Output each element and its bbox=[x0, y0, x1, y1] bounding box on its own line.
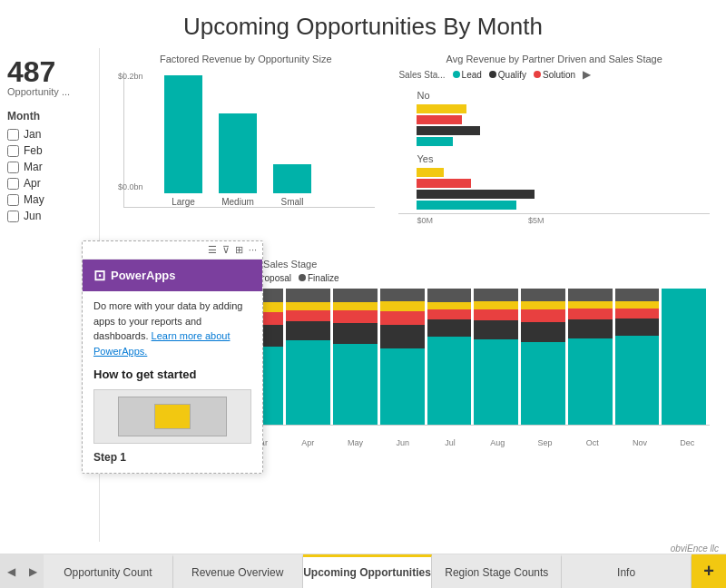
bottom-nav: ◀ ▶ Opportunity Count Revenue Overview U… bbox=[0, 554, 726, 588]
page-title: Upcoming Opportunities By Month bbox=[0, 0, 726, 48]
opportunity-label: Opportunity ... bbox=[7, 86, 92, 97]
stacked-seg-lead bbox=[286, 340, 330, 425]
month-label-jan: Jan bbox=[24, 128, 41, 141]
avg-revenue-x-labels: $0M $5M bbox=[398, 214, 544, 225]
stacked-seg-qualify bbox=[333, 323, 378, 344]
powerapps-how: How to get started bbox=[93, 366, 251, 384]
legend-lead: Lead bbox=[453, 70, 482, 80]
filter-item-jun: Jun bbox=[7, 210, 92, 222]
checkbox-mar[interactable] bbox=[7, 162, 19, 173]
stacked-bar-Apr bbox=[286, 289, 330, 425]
popup-filter-icon[interactable]: ⊽ bbox=[222, 244, 230, 256]
tab-upcoming-opportunities[interactable]: Upcoming Opportunities bbox=[303, 554, 433, 588]
stacked-seg-qualify bbox=[474, 320, 518, 339]
factored-revenue-title: Factored Revenue by Opportunity Size bbox=[116, 54, 375, 64]
stacked-bar-Nov bbox=[615, 289, 660, 425]
stacked-seg-finalize bbox=[568, 289, 613, 301]
tab-region-stage-counts[interactable]: Region Stage Counts bbox=[432, 554, 562, 588]
popup-step: Step 1 bbox=[93, 449, 251, 466]
checkbox-feb[interactable] bbox=[7, 145, 19, 157]
stacked-seg-proposal bbox=[286, 302, 330, 310]
month-label-feb: Feb bbox=[24, 144, 43, 157]
stacked-seg-qualify bbox=[286, 321, 330, 340]
stacked-seg-solution bbox=[474, 309, 518, 320]
checkbox-apr[interactable] bbox=[7, 178, 19, 190]
stacked-seg-solution bbox=[286, 310, 330, 321]
legend-qualify: Qualify bbox=[489, 70, 526, 80]
stacked-bar-Dec bbox=[662, 289, 706, 425]
popup-header: ⊡ PowerApps bbox=[83, 260, 262, 291]
top-charts: Factored Revenue by Opportunity Size $0.… bbox=[109, 48, 717, 248]
x-month-oct: Oct bbox=[570, 438, 614, 447]
stacked-seg-proposal bbox=[474, 301, 518, 309]
stacked-bar-Jul bbox=[427, 289, 472, 425]
checkbox-jun[interactable] bbox=[7, 211, 19, 222]
bar-medium-label: Medium bbox=[221, 197, 254, 207]
x-month-aug: Aug bbox=[476, 438, 520, 447]
hbar-yes-group: Yes bbox=[417, 153, 710, 210]
popup-menu-icon[interactable]: ☰ bbox=[208, 244, 217, 256]
tab-opportunity-count[interactable]: Opportunity Count bbox=[44, 554, 173, 588]
avg-revenue-hbars: No Yes bbox=[398, 90, 710, 214]
x-month-nov: Nov bbox=[618, 438, 662, 447]
month-label-may: May bbox=[24, 193, 44, 206]
stacked-seg-finalize bbox=[615, 289, 660, 301]
legend-arrow[interactable]: ▶ bbox=[583, 68, 591, 81]
factored-revenue-chart: Factored Revenue by Opportunity Size $0.… bbox=[109, 48, 382, 248]
popup-expand-icon[interactable]: ⊞ bbox=[235, 244, 243, 256]
stacked-seg-lead bbox=[521, 342, 565, 425]
checkbox-may[interactable] bbox=[7, 194, 19, 206]
hbar-no-label: No bbox=[417, 90, 710, 101]
nav-next[interactable]: ▶ bbox=[22, 554, 44, 588]
hbar-no-row3 bbox=[417, 126, 710, 135]
filter-item-jan: Jan bbox=[7, 128, 92, 141]
powerapps-popup: ☰ ⊽ ⊞ ··· ⊡ PowerApps Do more with your … bbox=[82, 240, 263, 474]
legend-sales-stage: Sales Sta... bbox=[398, 70, 445, 80]
tab-info[interactable]: Info bbox=[562, 554, 692, 588]
powerapps-title: PowerApps bbox=[111, 269, 176, 282]
stacked-seg-lead bbox=[615, 336, 660, 425]
hbar-yes-row1 bbox=[417, 168, 710, 177]
x-month-may: May bbox=[333, 438, 378, 447]
stacked-seg-proposal bbox=[333, 302, 378, 310]
legend-solution: Solution bbox=[534, 70, 575, 80]
bar-medium: Medium bbox=[219, 113, 257, 207]
filter-item-mar: Mar bbox=[7, 161, 92, 173]
stacked-seg-qualify bbox=[615, 318, 660, 337]
hbar-no-group: No bbox=[417, 90, 710, 146]
tab-revenue-overview[interactable]: Revenue Overview bbox=[173, 554, 303, 588]
powerapps-img-block bbox=[154, 404, 191, 429]
legend-opp-finalize: Finalize bbox=[299, 273, 338, 283]
stacked-seg-lead bbox=[474, 339, 518, 425]
hbar-no-row1 bbox=[417, 104, 710, 113]
hbar-yes-row2 bbox=[417, 179, 710, 188]
nav-add-tab[interactable]: + bbox=[692, 554, 726, 588]
stacked-seg-proposal bbox=[380, 301, 425, 311]
avg-revenue-legend: Sales Sta... Lead Qualify Solution ▶ bbox=[398, 68, 710, 81]
popup-more-icon[interactable]: ··· bbox=[249, 244, 257, 256]
month-filter-list: JanFebMarAprMayJun bbox=[7, 128, 92, 222]
filter-item-feb: Feb bbox=[7, 144, 92, 157]
stacked-seg-qualify bbox=[521, 322, 565, 343]
x-label-5m: $5M bbox=[528, 216, 544, 225]
checkbox-jan[interactable] bbox=[7, 129, 19, 141]
stacked-seg-finalize bbox=[521, 289, 565, 301]
stacked-seg-finalize bbox=[333, 289, 378, 302]
stacked-seg-lead bbox=[662, 289, 706, 425]
stacked-bar-Oct bbox=[568, 289, 613, 425]
x-label-0: $0M bbox=[417, 216, 433, 225]
stacked-seg-finalize bbox=[286, 289, 330, 302]
y-label-bottom: $0.0bn bbox=[118, 182, 143, 191]
nav-prev[interactable]: ◀ bbox=[0, 554, 22, 588]
month-filter-label: Month bbox=[7, 110, 92, 122]
stacked-seg-solution bbox=[333, 310, 378, 323]
hbar-yes-label: Yes bbox=[417, 153, 710, 164]
branding: obviEnce llc bbox=[0, 542, 726, 554]
stacked-seg-solution bbox=[427, 309, 472, 319]
filter-item-may: May bbox=[7, 193, 92, 206]
stacked-seg-qualify bbox=[427, 319, 472, 338]
bar-large: Large bbox=[164, 75, 202, 207]
stacked-seg-lead bbox=[333, 344, 378, 425]
stacked-bar-May bbox=[333, 289, 378, 425]
x-month-jun: Jun bbox=[380, 438, 425, 447]
